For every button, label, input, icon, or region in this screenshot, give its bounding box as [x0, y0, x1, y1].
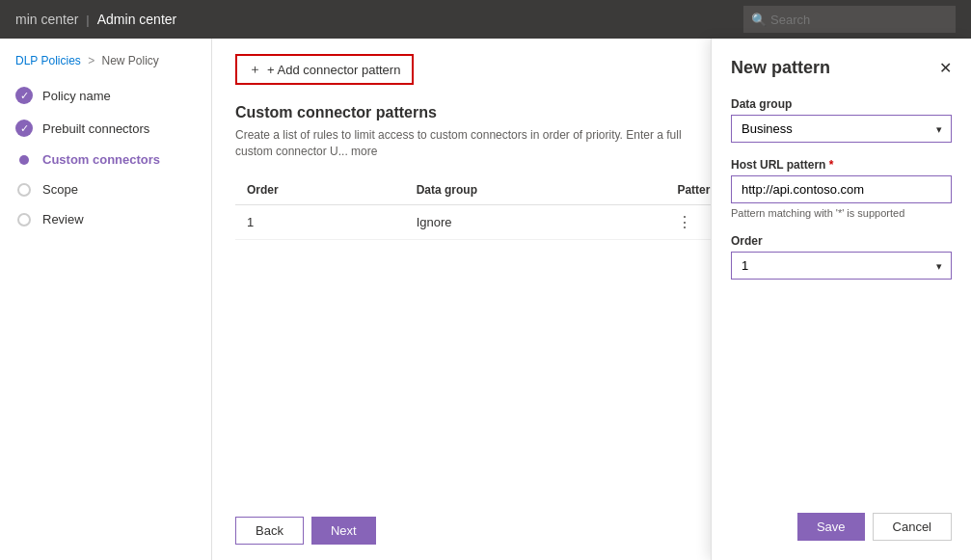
sidebar-item-prebuilt-connectors[interactable]: ✓ Prebuilt connectors — [0, 112, 211, 145]
order-field: 1 2 3 ▾ — [731, 252, 952, 280]
search-input[interactable] — [743, 6, 956, 33]
panel-footer: Save Cancel — [731, 513, 952, 541]
breadcrumb-dlp-link[interactable]: DLP Policies — [15, 54, 81, 67]
back-button[interactable]: Back — [235, 517, 304, 545]
col-order: Order — [235, 175, 405, 205]
add-btn-label: + Add connector pattern — [267, 63, 400, 77]
search-icon: 🔍 — [751, 13, 767, 27]
save-button[interactable]: Save — [797, 513, 865, 541]
nav-icon-review — [17, 213, 31, 227]
breadcrumb-sep: > — [88, 54, 94, 67]
data-group-select[interactable]: Business Non-Business Blocked Ignore — [731, 115, 952, 143]
sidebar: DLP Policies > New Policy ✓ Policy name … — [0, 39, 212, 560]
new-pattern-panel: New pattern ✕ Data group Business Non-Bu… — [711, 39, 971, 560]
data-group-field: Business Non-Business Blocked Ignore ▾ — [731, 115, 952, 143]
sidebar-item-scope[interactable]: Scope — [0, 174, 211, 204]
topbar: min center | Admin center 🔍 — [0, 0, 971, 39]
next-button[interactable]: Next — [311, 517, 376, 545]
nav-icon-custom — [19, 155, 29, 165]
nav-icon-policy-name: ✓ — [15, 87, 33, 104]
cancel-button[interactable]: Cancel — [873, 513, 952, 541]
nav-icon-scope — [17, 183, 31, 197]
order-label: Order — [731, 234, 952, 248]
breadcrumb-current: New Policy — [102, 54, 159, 67]
nav-icon-prebuilt: ✓ — [15, 120, 33, 137]
footer-buttons: Back Next — [235, 517, 376, 545]
row-order: 1 — [235, 204, 405, 239]
section-desc: Create a list of rules to limit access t… — [235, 127, 717, 160]
row-ellipsis-button[interactable]: ⋮ — [677, 213, 692, 231]
host-url-input[interactable] — [731, 175, 952, 203]
host-url-hint: Pattern matching with '*' is supported — [731, 207, 952, 219]
sidebar-label-policy-name: Policy name — [42, 89, 111, 103]
host-url-label: Host URL pattern — [731, 158, 952, 172]
sidebar-label-prebuilt: Prebuilt connectors — [42, 121, 149, 136]
add-btn-icon: ＋ — [249, 61, 261, 78]
panel-title: New pattern — [731, 58, 830, 78]
sidebar-item-custom-connectors[interactable]: Custom connectors — [0, 145, 211, 174]
sidebar-item-review[interactable]: Review — [0, 204, 211, 234]
breadcrumb: DLP Policies > New Policy — [0, 46, 211, 79]
sidebar-item-policy-name[interactable]: ✓ Policy name — [0, 79, 211, 112]
search-wrap: 🔍 — [743, 6, 956, 33]
panel-close-button[interactable]: ✕ — [939, 59, 952, 77]
row-data-group: Ignore — [405, 204, 666, 239]
add-connector-pattern-button[interactable]: ＋ + Add connector pattern — [235, 54, 414, 85]
admin-center-title: Admin center — [97, 12, 176, 27]
main-layout: DLP Policies > New Policy ✓ Policy name … — [0, 39, 971, 560]
sidebar-label-scope: Scope — [42, 182, 78, 197]
topbar-separator: | — [86, 13, 89, 27]
app-title: min center — [15, 12, 78, 27]
data-group-label: Data group — [731, 97, 952, 111]
order-select[interactable]: 1 2 3 — [731, 252, 952, 280]
col-data-group: Data group — [405, 175, 666, 205]
sidebar-label-custom: Custom connectors — [42, 152, 160, 167]
panel-header: New pattern ✕ — [731, 58, 952, 78]
sidebar-label-review: Review — [42, 212, 84, 227]
